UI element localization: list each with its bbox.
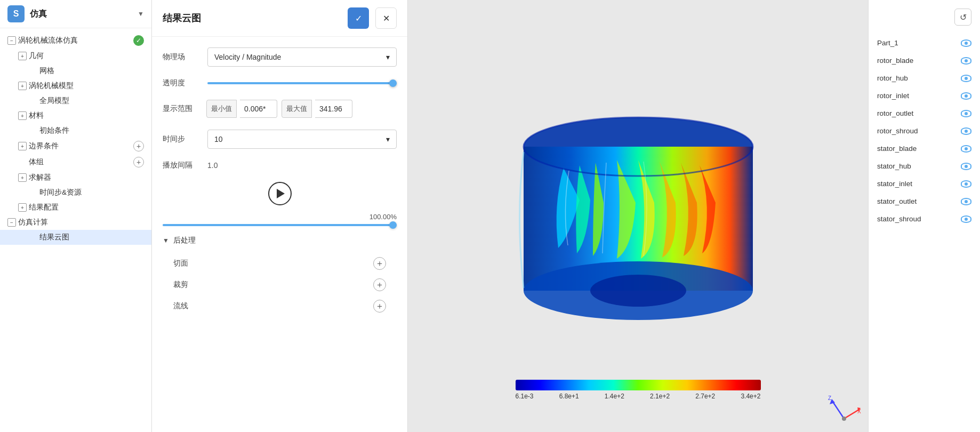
clip-add-button[interactable]: ＋: [373, 278, 386, 291]
svg-point-12: [842, 417, 846, 421]
svg-line-9: [844, 410, 859, 419]
tree-item-sim-calc[interactable]: −仿真计算: [0, 215, 151, 230]
svg-text:X: X: [857, 409, 861, 414]
physics-field-control: Velocity / Magnitude ▾: [207, 47, 397, 67]
tree-item-body-group[interactable]: 体组+: [0, 154, 151, 170]
tree-label-timestep: 时间步&资源: [39, 188, 144, 197]
expand-icon-boundary[interactable]: +: [18, 142, 27, 150]
visibility-icon-stator_blade[interactable]: [961, 145, 971, 153]
physics-field-chevron: ▾: [386, 53, 390, 61]
clip-item: 裁剪 ＋: [163, 274, 397, 295]
app-logo: S: [7, 5, 25, 22]
tree-item-turbo-model[interactable]: +涡轮机械模型: [0, 78, 151, 93]
part-item-rotor_blade[interactable]: rotor_blade: [869, 52, 980, 69]
play-icon: [277, 189, 285, 198]
expand-icon-solver[interactable]: +: [18, 173, 27, 182]
visibility-icon-rotor_shroud[interactable]: [961, 127, 971, 135]
part-item-stator_blade[interactable]: stator_blade: [869, 140, 980, 157]
progress-percentage: 100.00%: [163, 213, 397, 221]
interval-row: 播放间隔 1.0: [163, 161, 397, 170]
post-processing-header[interactable]: ▼ 后处理: [163, 236, 397, 245]
panel-header: 结果云图 ✓ ✕: [152, 0, 407, 37]
tree-label-material: 材料: [29, 111, 144, 121]
part-item-part1[interactable]: Part_1: [869, 34, 980, 52]
section-add-button[interactable]: ＋: [373, 257, 386, 270]
tree-item-geometry[interactable]: +几何: [0, 49, 151, 63]
panel-confirm-button[interactable]: ✓: [348, 7, 369, 29]
tree-item-result-config[interactable]: +结果配置: [0, 200, 151, 215]
visibility-icon-rotor_hub[interactable]: [961, 75, 971, 82]
part-item-rotor_inlet[interactable]: rotor_inlet: [869, 87, 980, 105]
interval-label: 播放间隔: [163, 161, 201, 170]
progress-thumb[interactable]: [389, 221, 397, 229]
play-button[interactable]: [268, 182, 292, 205]
max-value[interactable]: 341.96: [315, 100, 352, 118]
part-item-stator_outlet[interactable]: stator_outlet: [869, 193, 980, 210]
timestep-value: 10: [214, 135, 223, 143]
part-label-stator_shroud: stator_shroud: [877, 215, 955, 223]
part-item-stator_shroud[interactable]: stator_shroud: [869, 210, 980, 228]
streamline-item: 流线 ＋: [163, 295, 397, 317]
visibility-icon-rotor_inlet[interactable]: [961, 92, 971, 100]
visibility-icon-stator_outlet[interactable]: [961, 198, 971, 205]
part-item-rotor_shroud[interactable]: rotor_shroud: [869, 122, 980, 140]
visibility-icon-stator_inlet[interactable]: [961, 180, 971, 188]
expand-icon-sim-calc[interactable]: −: [7, 218, 16, 227]
tree-label-solver: 求解器: [29, 173, 144, 182]
tree-item-mesh[interactable]: 网格: [0, 63, 151, 78]
visibility-icon-rotor_blade[interactable]: [961, 57, 971, 65]
add-btn-boundary[interactable]: +: [133, 141, 144, 151]
tree-item-material[interactable]: +材料: [0, 108, 151, 123]
expand-icon-turbo-sim[interactable]: −: [7, 36, 16, 45]
visibility-icon-stator_hub[interactable]: [961, 163, 971, 170]
tree-item-timestep[interactable]: 时间步&资源: [0, 185, 151, 200]
panel-close-button[interactable]: ✕: [375, 7, 397, 29]
expand-icon-material[interactable]: +: [18, 111, 27, 120]
expand-icon-turbo-model[interactable]: +: [18, 82, 27, 90]
tree-label-turbo-model: 涡轮机械模型: [29, 81, 144, 91]
main-viewport: 6.1e-36.8e+11.4e+22.1e+22.7e+23.4e+2 Z X: [408, 0, 868, 432]
range-inputs: 最小值 0.006* 最大值 341.96: [206, 100, 397, 118]
part-item-rotor_outlet[interactable]: rotor_outlet: [869, 105, 980, 122]
interval-value: 1.0: [207, 161, 218, 170]
tree-item-boundary[interactable]: +边界条件+: [0, 138, 151, 154]
timestep-select[interactable]: 10 ▾: [207, 130, 397, 149]
svg-text:Z: Z: [828, 395, 831, 401]
add-btn-body-group[interactable]: +: [133, 157, 144, 167]
min-label: 最小值: [206, 100, 237, 118]
colorbar-gradient: [516, 380, 761, 390]
streamline-add-button[interactable]: ＋: [373, 300, 386, 313]
physics-field-value: Velocity / Magnitude: [214, 53, 281, 61]
colorbar-label-1.4e+2: 1.4e+2: [605, 393, 624, 400]
play-section: 100.00%: [163, 182, 397, 226]
physics-field-select[interactable]: Velocity / Magnitude ▾: [207, 47, 397, 67]
progress-track[interactable]: [163, 224, 397, 226]
sidebar-collapse-icon[interactable]: ▼: [138, 10, 144, 18]
visibility-icon-part1[interactable]: [961, 39, 971, 47]
transparency-thumb[interactable]: [389, 79, 397, 87]
part-label-stator_inlet: stator_inlet: [877, 180, 955, 188]
tree-label-global-model: 全局模型: [39, 96, 144, 106]
transparency-slider-container: [207, 82, 397, 84]
min-value[interactable]: 0.006*: [240, 100, 277, 118]
expand-icon-geometry[interactable]: +: [18, 52, 27, 60]
min-field: 最小值 0.006*: [206, 100, 277, 118]
part-item-stator_inlet[interactable]: stator_inlet: [869, 175, 980, 193]
refresh-button[interactable]: ↺: [954, 9, 971, 26]
transparency-track[interactable]: [207, 82, 397, 84]
part-label-stator_hub: stator_hub: [877, 162, 955, 170]
part-label-stator_blade: stator_blade: [877, 145, 955, 153]
tree-item-global-model[interactable]: 全局模型: [0, 93, 151, 108]
tree-item-result-cloud[interactable]: 结果云图: [0, 230, 151, 245]
tree-item-solver[interactable]: +求解器: [0, 170, 151, 185]
result-cloud-panel: 结果云图 ✓ ✕ 物理场 Velocity / Magnitude ▾ 透明度: [152, 0, 408, 432]
part-item-stator_hub[interactable]: stator_hub: [869, 157, 980, 175]
expand-icon-result-config[interactable]: +: [18, 203, 27, 212]
tree-item-turbo-sim[interactable]: −涡轮机械流体仿真✓: [0, 33, 151, 49]
sidebar-title: 仿真: [30, 9, 132, 20]
tree-item-init-cond[interactable]: 初始条件: [0, 123, 151, 138]
part-item-rotor_hub[interactable]: rotor_hub: [869, 69, 980, 87]
visibility-icon-rotor_outlet[interactable]: [961, 110, 971, 117]
part-label-rotor_inlet: rotor_inlet: [877, 92, 955, 100]
visibility-icon-stator_shroud[interactable]: [961, 215, 971, 223]
